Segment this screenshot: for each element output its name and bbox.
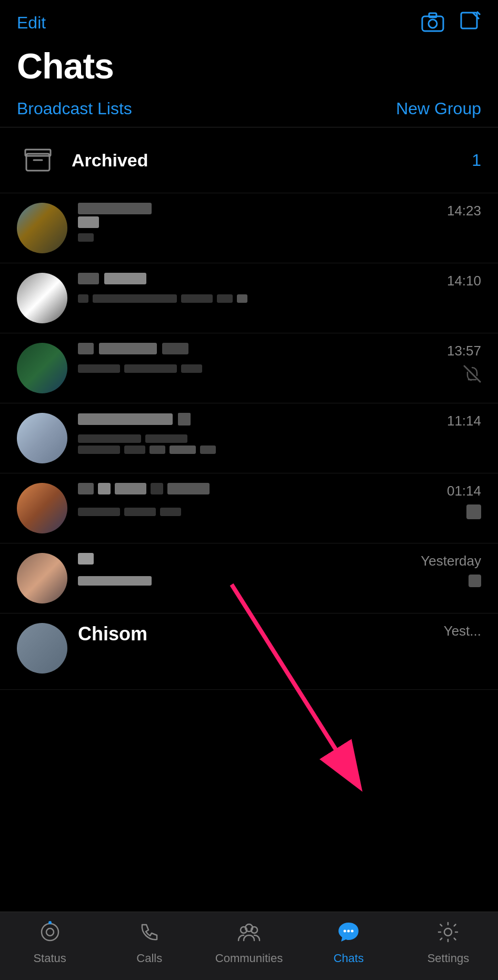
camera-icon[interactable]: [421, 11, 444, 34]
chat-name-block: [78, 413, 191, 425]
avatar: [17, 203, 67, 253]
chat-content: 01:14: [78, 483, 481, 519]
chat-time: 14:10: [447, 273, 481, 289]
chat-item[interactable]: Yesterday: [0, 543, 498, 613]
chat-name-bar: [98, 483, 111, 494]
preview-bar: [78, 446, 120, 454]
preview-bar: [78, 233, 94, 242]
status-label: Status: [33, 952, 66, 965]
chat-preview: [78, 294, 481, 303]
chat-header: 13:57: [78, 343, 481, 359]
preview-bar: [78, 576, 152, 586]
preview-bar: [124, 364, 177, 373]
svg-rect-0: [422, 16, 443, 31]
settings-label: Settings: [427, 952, 470, 965]
preview-bar: [78, 508, 120, 516]
chat-badge: [469, 575, 481, 587]
preview-bar: [217, 294, 233, 303]
chat-content: Yesterday: [78, 553, 481, 587]
chat-header: 11:14: [78, 413, 481, 429]
chat-name-bar: [78, 343, 94, 354]
chat-item[interactable]: 14:23: [0, 193, 498, 263]
chat-content: Chisom Yest...: [78, 623, 481, 648]
preview-bar: [160, 508, 181, 516]
action-row: Broadcast Lists New Group: [0, 95, 498, 127]
svg-point-21: [351, 930, 354, 933]
chat-content: 11:14: [78, 413, 481, 454]
small-block: [178, 413, 191, 425]
compose-icon[interactable]: [459, 11, 481, 35]
status-icon: [38, 920, 62, 948]
chat-preview: [78, 364, 481, 373]
chat-header: 14:10: [78, 273, 481, 289]
chat-name-bar: [78, 483, 94, 494]
chat-list: 14:23 14:10: [0, 193, 498, 690]
new-group-button[interactable]: New Group: [396, 99, 481, 118]
preview-bar: [181, 364, 202, 373]
communities-icon: [237, 920, 261, 948]
svg-rect-7: [25, 150, 51, 156]
chat-name-block: [78, 343, 188, 354]
chat-content: 14:23: [78, 203, 481, 242]
avatar: [17, 553, 67, 603]
chats-icon: [336, 920, 361, 948]
chat-time: 01:14: [447, 483, 481, 499]
communities-label: Communities: [215, 952, 283, 965]
chat-name-bar-2: [99, 343, 157, 354]
chat-name: Chisom: [78, 623, 147, 645]
edit-button[interactable]: Edit: [17, 13, 46, 33]
nav-item-chats[interactable]: Chats: [299, 920, 399, 965]
nav-item-communities[interactable]: Communities: [199, 920, 298, 965]
chat-header: 14:23: [78, 203, 481, 228]
chat-item[interactable]: 01:14: [0, 473, 498, 543]
chat-header: 01:14: [78, 483, 481, 499]
svg-point-20: [347, 930, 350, 933]
svg-point-22: [444, 928, 452, 936]
chat-header: Chisom Yest...: [78, 623, 481, 645]
avatar: [17, 343, 67, 393]
chat-name-bar: [78, 203, 152, 214]
preview-bar: [78, 364, 120, 373]
preview-bar: [124, 508, 156, 516]
chat-time: 14:23: [447, 203, 481, 219]
svg-point-14: [46, 928, 54, 936]
svg-point-19: [344, 930, 346, 933]
preview-bar: [237, 294, 247, 303]
page-title: Chats: [0, 40, 498, 95]
chat-item[interactable]: 14:10: [0, 263, 498, 333]
preview-bar: [200, 446, 216, 454]
calls-icon: [138, 920, 161, 948]
chat-name-bar: [115, 483, 146, 494]
chat-item[interactable]: Chisom Yest...: [0, 613, 498, 690]
nav-item-status[interactable]: Status: [0, 920, 99, 965]
chat-preview: [78, 434, 481, 454]
broadcast-lists-button[interactable]: Broadcast Lists: [17, 99, 132, 118]
chat-name-bar: [78, 413, 173, 425]
chat-item[interactable]: 13:57: [0, 333, 498, 403]
muted-icon: [463, 365, 481, 387]
svg-point-1: [429, 19, 437, 28]
avatar: [17, 623, 67, 674]
chat-name-block: [78, 483, 210, 494]
chat-preview: [78, 504, 481, 519]
top-bar-icons: [421, 11, 481, 35]
svg-rect-2: [429, 13, 436, 17]
nav-item-settings[interactable]: Settings: [399, 920, 498, 965]
calls-label: Calls: [136, 952, 162, 965]
preview-bar: [124, 446, 145, 454]
chat-preview: [78, 233, 481, 242]
svg-point-15: [48, 921, 52, 924]
nav-item-calls[interactable]: Calls: [99, 920, 199, 965]
preview-bar: [150, 446, 165, 454]
chat-time: 13:57: [447, 343, 481, 359]
chat-item[interactable]: 11:14: [0, 403, 498, 473]
chat-badge: [466, 504, 481, 519]
chat-name-block: [78, 203, 152, 228]
chat-name-block: [78, 553, 94, 565]
bottom-nav: Status Calls Communities: [0, 912, 498, 980]
archived-row[interactable]: Archived 1: [0, 127, 498, 193]
chat-content: 14:10: [78, 273, 481, 303]
settings-icon: [436, 920, 460, 948]
top-bar: Edit: [0, 0, 498, 40]
preview-bar: [181, 294, 213, 303]
